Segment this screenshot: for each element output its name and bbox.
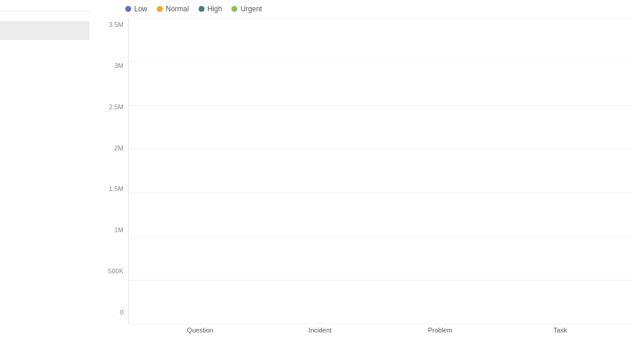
sidebar-title bbox=[0, 0, 89, 11]
legend-item-high: High bbox=[199, 5, 222, 13]
legend-item-urgent: Urgent bbox=[231, 5, 262, 13]
y-label-6: 500K bbox=[108, 267, 123, 275]
legend-label-urgent: Urgent bbox=[240, 5, 262, 13]
y-axis: 3.5M3M2.5M2M1.5M1M500K0 bbox=[95, 18, 128, 334]
y-label-3: 2M bbox=[114, 144, 123, 152]
legend-label-low: Low bbox=[134, 5, 147, 13]
legend-dot-low bbox=[125, 6, 131, 12]
x-label-incident: Incident bbox=[260, 327, 380, 334]
chart-inner bbox=[128, 18, 632, 324]
y-label-7: 0 bbox=[120, 309, 123, 316]
y-label-2: 2.5M bbox=[109, 103, 123, 110]
sidebar-item-low[interactable] bbox=[0, 11, 89, 21]
legend-label-high: High bbox=[208, 5, 222, 13]
plot-area: QuestionIncidentProblemTask bbox=[128, 18, 632, 334]
legend-dot-urgent bbox=[231, 6, 237, 12]
chart-container: 3.5M3M2.5M2M1.5M1M500K0 QuestionIncident… bbox=[95, 18, 632, 334]
x-axis: QuestionIncidentProblemTask bbox=[128, 327, 632, 334]
sidebar bbox=[0, 0, 89, 348]
sidebar-item-urgent[interactable] bbox=[0, 40, 89, 50]
legend-dot-high bbox=[199, 6, 205, 12]
chart-area: Low Normal High Urgent 3.5M3M2.5M2M1.5M1… bbox=[89, 0, 644, 348]
legend-label-normal: Normal bbox=[166, 5, 189, 13]
bars-container bbox=[129, 18, 632, 324]
legend-dot-normal bbox=[157, 6, 163, 12]
y-label-4: 1.5M bbox=[109, 185, 123, 192]
x-label-question: Question bbox=[140, 327, 260, 334]
legend-item-low: Low bbox=[125, 5, 147, 13]
sidebar-item-normal[interactable] bbox=[0, 21, 89, 30]
x-label-task: Task bbox=[500, 327, 620, 334]
grid-line-7 bbox=[129, 324, 632, 324]
y-label-1: 3M bbox=[114, 62, 123, 69]
x-label-problem: Problem bbox=[380, 327, 500, 334]
chart-legend: Low Normal High Urgent bbox=[125, 5, 632, 13]
y-label-0: 3.5M bbox=[109, 21, 123, 28]
sidebar-item-high[interactable] bbox=[0, 30, 89, 40]
y-label-5: 1M bbox=[114, 226, 123, 233]
legend-item-normal: Normal bbox=[157, 5, 189, 13]
